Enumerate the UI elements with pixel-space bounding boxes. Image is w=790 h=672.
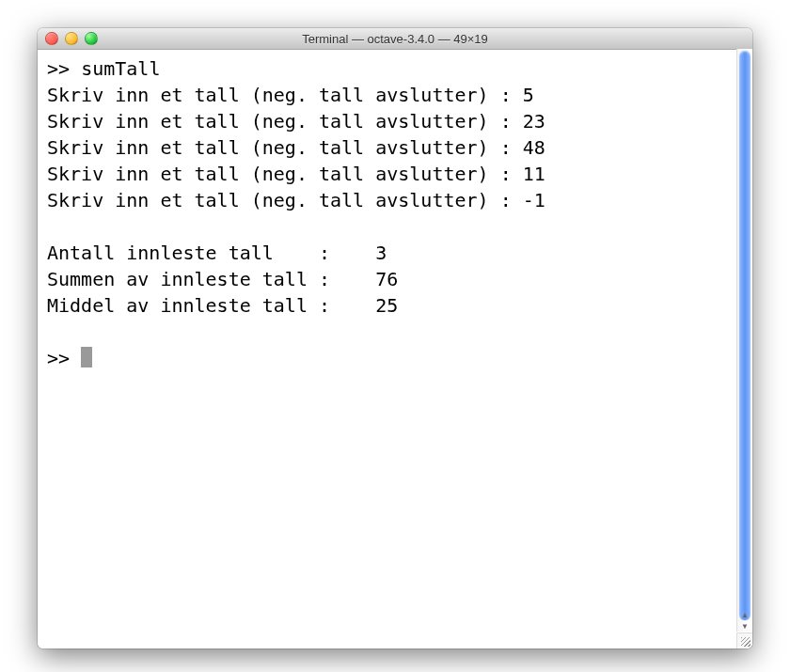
titlebar[interactable]: Terminal — octave-3.4.0 — 49×19 xyxy=(38,28,752,50)
minimize-icon[interactable] xyxy=(65,32,78,45)
input-line: Skriv inn et tall (neg. tall avslutter) … xyxy=(47,163,545,185)
scroll-down-icon[interactable]: ▼ xyxy=(737,620,752,632)
prompt: >> xyxy=(47,347,70,369)
scrollbar[interactable]: ▲ ▼ xyxy=(736,49,752,632)
scroll-up-icon[interactable]: ▲ xyxy=(737,609,752,620)
scrollbar-thumb[interactable] xyxy=(739,51,750,620)
terminal-window: Terminal — octave-3.4.0 — 49×19 >> sumTa… xyxy=(38,28,752,649)
window-title: Terminal — octave-3.4.0 — 49×19 xyxy=(302,32,488,46)
result-line: Summen av innleste tall : 76 xyxy=(47,268,398,290)
terminal-content[interactable]: >> sumTall Skriv inn et tall (neg. tall … xyxy=(38,50,752,649)
input-line: Skriv inn et tall (neg. tall avslutter) … xyxy=(47,136,545,159)
result-line: Middel av innleste tall : 25 xyxy=(47,294,398,317)
cursor xyxy=(81,347,92,367)
prompt: >> xyxy=(47,57,70,80)
input-line: Skriv inn et tall (neg. tall avslutter) … xyxy=(47,84,534,106)
scroll-arrows: ▲ ▼ xyxy=(737,609,752,632)
input-line: Skriv inn et tall (neg. tall avslutter) … xyxy=(47,110,545,133)
input-line: Skriv inn et tall (neg. tall avslutter) … xyxy=(47,189,545,211)
close-icon[interactable] xyxy=(45,32,58,45)
result-line: Antall innleste tall : 3 xyxy=(47,242,387,264)
resize-handle[interactable] xyxy=(736,633,752,649)
command: sumTall xyxy=(81,57,160,80)
traffic-lights xyxy=(45,32,98,45)
zoom-icon[interactable] xyxy=(85,32,98,45)
